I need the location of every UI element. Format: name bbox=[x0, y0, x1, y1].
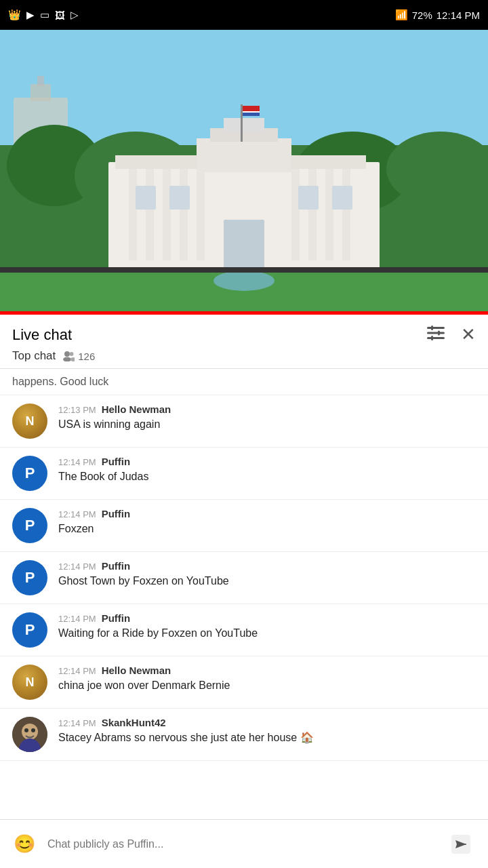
message-meta: 12:13 PM Hello Newman bbox=[58, 403, 476, 415]
message-text: USA is winning again bbox=[58, 417, 476, 432]
filter-icon[interactable] bbox=[427, 326, 445, 344]
chat-header: Live chat ✕ bbox=[0, 315, 488, 345]
message-username: Hello Newman bbox=[102, 665, 171, 676]
crown-icon: 👑 bbox=[8, 9, 21, 21]
message-text: china joe won over Denmark Bernie bbox=[58, 678, 476, 693]
message-time: 12:14 PM bbox=[58, 666, 96, 676]
svg-rect-32 bbox=[0, 267, 488, 273]
svg-point-31 bbox=[214, 271, 274, 291]
avatar: P bbox=[12, 560, 47, 595]
battery-text: 72% bbox=[412, 9, 432, 21]
top-chat-bar: Top chat 126 bbox=[0, 345, 488, 369]
play-icon: ▷ bbox=[70, 9, 79, 21]
svg-rect-3 bbox=[37, 76, 44, 86]
message-content: 12:14 PM Puffin Foxzen bbox=[58, 508, 476, 536]
status-right-info: 📶 72% 12:14 PM bbox=[395, 9, 480, 21]
message-username: Puffin bbox=[102, 560, 131, 572]
top-chat-label: Top chat bbox=[12, 349, 56, 363]
message-content: 12:14 PM SkankHunt42 Stacey Abrams so ne… bbox=[58, 717, 476, 745]
svg-rect-22 bbox=[197, 138, 291, 172]
progress-bar[interactable] bbox=[0, 311, 488, 315]
svg-rect-42 bbox=[438, 330, 440, 335]
status-left-icons: 👑 ▶ ▭ 🖼 ▷ bbox=[8, 9, 79, 21]
message-time: 12:14 PM bbox=[58, 718, 96, 728]
chat-message: N 12:13 PM Hello Newman USA is winning a… bbox=[0, 395, 488, 448]
emoji-button[interactable]: 😊 bbox=[9, 829, 39, 859]
files-icon: ▭ bbox=[40, 9, 49, 21]
svg-point-46 bbox=[70, 352, 74, 356]
message-username: Puffin bbox=[102, 508, 131, 519]
message-username: SkankHunt42 bbox=[102, 717, 166, 728]
message-time: 12:14 PM bbox=[58, 614, 96, 624]
send-button[interactable] bbox=[443, 829, 479, 859]
svg-rect-37 bbox=[243, 113, 260, 116]
svg-rect-16 bbox=[291, 165, 300, 260]
message-time: 12:14 PM bbox=[58, 561, 96, 572]
message-content: 12:14 PM Puffin Waiting for a Ride by Fo… bbox=[58, 612, 476, 641]
time-text: 12:14 PM bbox=[436, 9, 480, 21]
viewer-count: 126 bbox=[62, 351, 95, 362]
svg-rect-35 bbox=[243, 106, 260, 109]
chat-input[interactable] bbox=[47, 829, 435, 859]
message-meta: 12:14 PM Puffin bbox=[58, 508, 476, 519]
message-username: Puffin bbox=[102, 612, 131, 624]
message-time: 12:14 PM bbox=[58, 509, 96, 519]
message-text: Ghost Town by Foxzen on YouTube bbox=[58, 574, 476, 589]
message-time: 12:13 PM bbox=[58, 405, 96, 415]
message-content: 12:14 PM Puffin The Book of Judas bbox=[58, 456, 476, 484]
svg-rect-24 bbox=[224, 118, 264, 132]
video-player[interactable] bbox=[0, 30, 488, 315]
chat-message: P 12:14 PM Puffin Waiting for a Ride by … bbox=[0, 604, 488, 656]
wifi-icon: 📶 bbox=[395, 9, 408, 21]
avatar-icon bbox=[12, 717, 47, 752]
svg-rect-14 bbox=[180, 165, 188, 260]
message-content: 12:14 PM Hello Newman china joe won over… bbox=[58, 665, 476, 693]
status-bar: 👑 ▶ ▭ 🖼 ▷ 📶 72% 12:14 PM bbox=[0, 0, 488, 30]
message-text: Stacey Abrams so nervous she just ate he… bbox=[58, 730, 476, 745]
svg-rect-19 bbox=[342, 165, 350, 260]
video-content bbox=[0, 30, 488, 315]
svg-point-51 bbox=[24, 728, 28, 732]
svg-rect-40 bbox=[427, 337, 445, 339]
message-time: 12:14 PM bbox=[58, 457, 96, 467]
live-chat-title: Live chat bbox=[12, 326, 72, 344]
avatar bbox=[12, 717, 47, 752]
message-meta: 12:14 PM Puffin bbox=[58, 560, 476, 572]
chat-message: N 12:14 PM Hello Newman china joe won ov… bbox=[0, 656, 488, 709]
svg-rect-28 bbox=[332, 186, 352, 210]
svg-point-44 bbox=[64, 351, 70, 357]
svg-rect-11 bbox=[129, 165, 137, 260]
message-meta: 12:14 PM Puffin bbox=[58, 612, 476, 624]
send-icon bbox=[450, 833, 472, 855]
svg-rect-41 bbox=[431, 326, 433, 330]
header-icons: ✕ bbox=[427, 324, 476, 345]
message-meta: 12:14 PM Hello Newman bbox=[58, 665, 476, 676]
svg-rect-2 bbox=[30, 84, 51, 101]
svg-rect-18 bbox=[325, 165, 333, 260]
avatar: N bbox=[12, 665, 47, 700]
svg-rect-33 bbox=[241, 104, 243, 142]
svg-rect-38 bbox=[427, 327, 445, 329]
svg-rect-43 bbox=[431, 336, 433, 340]
message-username: Hello Newman bbox=[102, 403, 171, 415]
message-text: Waiting for a Ride by Foxzen on YouTube bbox=[58, 626, 476, 641]
avatar: P bbox=[12, 456, 47, 491]
gallery-icon: 🖼 bbox=[55, 9, 65, 21]
svg-rect-39 bbox=[427, 332, 445, 334]
avatar: P bbox=[12, 508, 47, 543]
svg-rect-12 bbox=[146, 165, 154, 260]
svg-point-45 bbox=[63, 357, 71, 362]
message-meta: 12:14 PM SkankHunt42 bbox=[58, 717, 476, 728]
people-icon bbox=[62, 351, 75, 361]
svg-rect-29 bbox=[224, 220, 264, 271]
chat-message: 12:14 PM SkankHunt42 Stacey Abrams so ne… bbox=[0, 709, 488, 761]
message-content: 12:13 PM Hello Newman USA is winning aga… bbox=[58, 403, 476, 432]
avatar: P bbox=[12, 612, 47, 648]
chat-message: P 12:14 PM Puffin The Book of Judas bbox=[0, 448, 488, 500]
close-icon[interactable]: ✕ bbox=[461, 324, 476, 345]
svg-rect-27 bbox=[298, 186, 319, 210]
message-text: The Book of Judas bbox=[58, 469, 476, 484]
message-text: Foxzen bbox=[58, 521, 476, 536]
message-content: 12:14 PM Puffin Ghost Town by Foxzen on … bbox=[58, 560, 476, 589]
svg-rect-13 bbox=[163, 165, 171, 260]
